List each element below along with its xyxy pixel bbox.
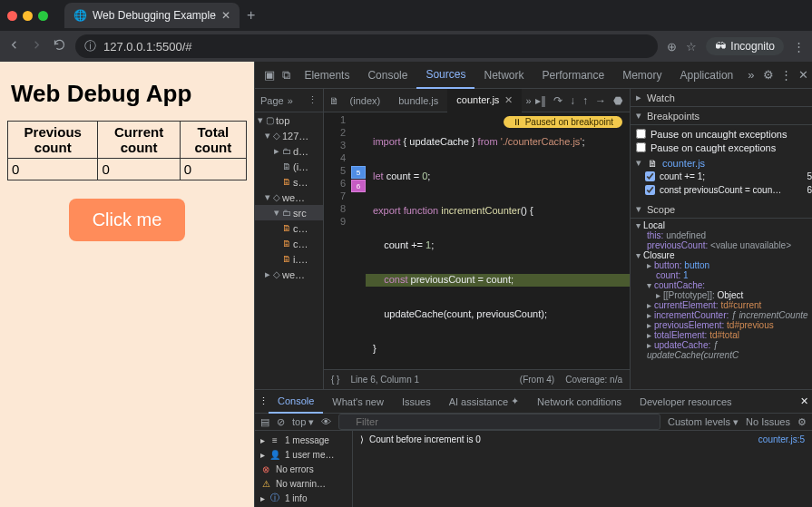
page-heading: Web Debug App (11, 80, 243, 108)
console-settings-icon[interactable]: ⚙ (797, 416, 807, 428)
td-current: 0 (98, 159, 180, 180)
console-summary[interactable]: ▸≡1 message ▸👤1 user me… ⊗No errors ⚠No … (255, 431, 353, 507)
drawer-tab-ai[interactable]: AI assistance ✦ (440, 390, 528, 414)
tab-performance[interactable]: Performance (533, 62, 613, 89)
breakpoints-section[interactable]: ▾Breakpoints (631, 107, 812, 125)
more-editor-tabs-icon[interactable]: » (522, 95, 535, 106)
zoom-icon[interactable]: ⊕ (667, 40, 677, 54)
nav-page-label[interactable]: Page (260, 95, 284, 106)
context-selector[interactable]: top ▾ (292, 416, 314, 428)
step-into-icon[interactable]: ↓ (570, 94, 575, 107)
tab-title: Web Debugging Example (93, 9, 216, 22)
chevron-right-icon[interactable]: » (288, 95, 293, 106)
reload-button[interactable] (53, 38, 66, 54)
resume-icon[interactable]: ▸‖ (535, 94, 546, 107)
step-out-icon[interactable]: ↑ (582, 94, 588, 107)
live-expr-icon[interactable]: 👁 (321, 416, 331, 427)
close-icon[interactable]: ✕ (504, 94, 513, 106)
editor-tab-index[interactable]: (index) (341, 89, 390, 112)
tab-elements[interactable]: Elements (295, 62, 358, 89)
click-me-button[interactable]: Click me (69, 199, 186, 241)
drawer-tab-whatsnew[interactable]: What's new (323, 390, 393, 414)
tab-application[interactable]: Application (671, 62, 743, 89)
log-source-link[interactable]: counter.js:5 (758, 434, 805, 444)
source-from: (From 4) (520, 375, 554, 385)
forward-button[interactable] (30, 38, 44, 54)
maximize-window[interactable] (38, 11, 48, 21)
back-button[interactable] (7, 38, 21, 54)
bp1-checkbox[interactable] (645, 171, 655, 181)
pause-caught-checkbox[interactable] (636, 142, 646, 152)
sidebar-toggle-icon[interactable]: ▤ (260, 416, 269, 428)
nav-menu-icon[interactable]: ⋮ (308, 94, 318, 106)
site-info-icon[interactable]: ⓘ (84, 38, 96, 54)
coverage-status: Coverage: n/a (565, 375, 622, 385)
more-tabs-icon[interactable]: » (742, 68, 759, 82)
file-tree[interactable]: ▾▢top ▾◇127… ▸🗀d… 🗎(i… 🗎s… ▾◇we… ▾🗀src 🗎… (255, 112, 323, 389)
paused-badge: ⏸Paused on breakpoint (504, 116, 622, 128)
debugger-sidebar: ▸Watch ▾Breakpoints Pause on uncaught ex… (631, 89, 812, 389)
pause-uncaught-checkbox[interactable] (636, 129, 646, 139)
console-toolbar: ▤ ⊘ top ▾ 👁 Custom levels ▾ No Issues ⚙ (255, 414, 812, 431)
debugger-controls: ▸‖ ↷ ↓ ↑ → ⬣ (535, 94, 630, 107)
drawer-menu-icon[interactable]: ⋮ (259, 395, 269, 407)
file-nav-icon[interactable]: 🗎 (328, 95, 341, 106)
step-icon[interactable]: → (595, 94, 606, 107)
td-previous: 0 (8, 159, 98, 180)
tab-network[interactable]: Network (474, 62, 533, 89)
tab-sources[interactable]: Sources (416, 62, 474, 89)
devtools: ▣ ⧉ Elements Console Sources Network Per… (254, 62, 812, 507)
close-devtools-icon[interactable]: ✕ (795, 68, 812, 82)
th-current: Current count (98, 122, 180, 159)
devtools-menu-icon[interactable]: ⋮ (778, 68, 795, 82)
incognito-icon: 🕶 (715, 40, 726, 53)
menu-icon[interactable]: ⋮ (793, 40, 805, 54)
new-tab-button[interactable]: + (247, 7, 255, 24)
browser-tab[interactable]: 🌐 Web Debugging Example ✕ (64, 3, 240, 28)
page-viewport: Web Debug App Previous count Current cou… (0, 62, 254, 507)
drawer-tab-console[interactable]: Console (269, 390, 323, 414)
window-controls (7, 11, 48, 21)
td-total: 0 (180, 159, 246, 180)
line-gutter[interactable]: 123456789 (324, 112, 351, 369)
drawer-close-icon[interactable]: ✕ (800, 395, 808, 407)
close-tab-icon[interactable]: ✕ (221, 9, 230, 22)
scope-section[interactable]: ▾Scope (631, 200, 812, 219)
log-levels[interactable]: Custom levels ▾ (668, 416, 739, 428)
address-bar[interactable]: ⓘ 127.0.0.1:5500/# (75, 34, 658, 58)
drawer-tab-netcond[interactable]: Network conditions (528, 390, 631, 414)
editor-tab-bundle[interactable]: bundle.js (389, 89, 447, 112)
minimize-window[interactable] (23, 11, 33, 21)
issues-badge[interactable]: No Issues (746, 416, 790, 427)
drawer-tab-issues[interactable]: Issues (393, 390, 440, 414)
devtools-tabbar: ▣ ⧉ Elements Console Sources Network Per… (255, 62, 812, 89)
deactivate-bp-icon[interactable]: ⬣ (613, 94, 622, 107)
inspect-icon[interactable]: ▣ (260, 68, 278, 82)
watch-section[interactable]: ▸Watch (631, 89, 812, 107)
tab-console[interactable]: Console (358, 62, 416, 89)
console-filter-input[interactable] (338, 414, 660, 430)
braces-icon[interactable]: { } (331, 375, 339, 385)
browser-tabstrip: 🌐 Web Debugging Example ✕ + (0, 0, 812, 31)
code-body[interactable]: import { updateCache } from './counterCa… (366, 112, 630, 369)
tab-memory[interactable]: Memory (613, 62, 670, 89)
settings-icon[interactable]: ⚙ (759, 68, 777, 82)
drawer-tab-devres[interactable]: Developer resources (631, 390, 741, 414)
scope-body[interactable]: ▾Local this: undefined previousCount: <v… (631, 219, 812, 364)
step-over-icon[interactable]: ↷ (553, 94, 563, 107)
bp-file[interactable]: counter.js (662, 158, 705, 169)
drawer-tabbar: ⋮ Console What's new Issues AI assistanc… (255, 390, 812, 414)
incognito-badge[interactable]: 🕶 Incognito (706, 37, 784, 55)
bookmark-icon[interactable]: ☆ (686, 40, 697, 54)
url-text: 127.0.0.1:5500/# (103, 40, 192, 54)
code-editor[interactable]: ⏸Paused on breakpoint 123456789 56 impor… (324, 112, 630, 369)
bp2-checkbox[interactable] (645, 185, 655, 195)
breakpoint-gutter[interactable]: 56 (351, 112, 366, 369)
device-icon[interactable]: ⧉ (278, 68, 295, 83)
editor-tabbar: 🗎 (index) bundle.js counter.js✕ » ▸‖ ↷ ↓… (324, 89, 630, 112)
clear-console-icon[interactable]: ⊘ (277, 416, 285, 428)
close-window[interactable] (7, 11, 17, 21)
th-previous: Previous count (8, 122, 98, 159)
editor-tab-counter[interactable]: counter.js✕ (447, 89, 522, 112)
console-output[interactable]: ⟩Count before increment is 0 counter.js:… (353, 431, 812, 507)
